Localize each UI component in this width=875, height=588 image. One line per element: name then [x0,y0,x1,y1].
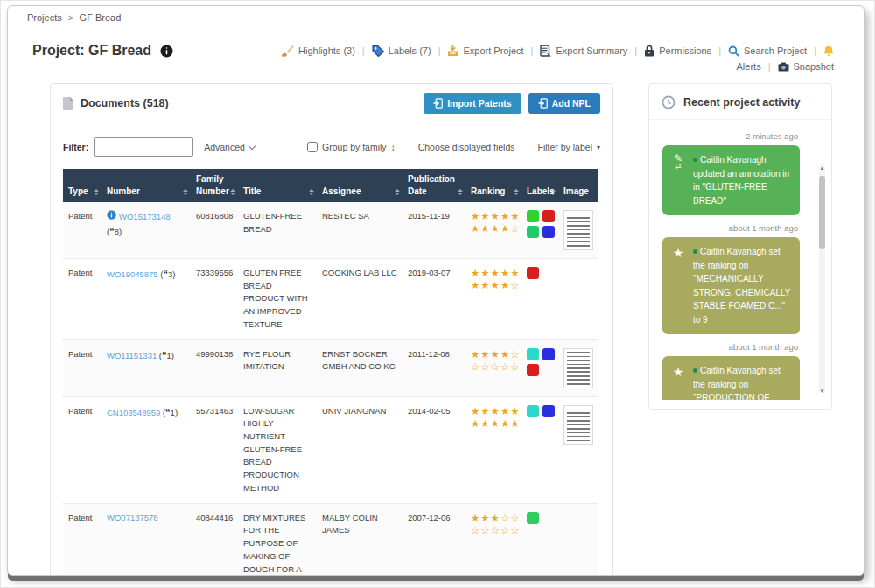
patent-image-thumbnail[interactable] [564,348,593,388]
table-row[interactable]: PatentWO15173148 (“8)60816808GLUTEN-FREE… [63,202,598,259]
choose-displayed-fields-button[interactable]: Choose displayed fields [418,142,515,152]
scrollbar-thumb[interactable] [819,176,825,249]
label-chip[interactable] [527,364,539,376]
star-rating[interactable]: ★★★☆☆ [471,512,516,524]
breadcrumb-projects[interactable]: Projects [27,12,62,23]
star-rating[interactable]: ☆☆☆☆☆ [471,360,516,373]
star-rating[interactable]: ★★★★★ [471,417,516,430]
sort-icon[interactable] [230,189,235,195]
column-header-ranking[interactable]: Ranking [466,169,522,202]
label-chip[interactable] [542,210,555,222]
column-header-type[interactable]: Type [63,169,102,202]
import-patents-label: Import Patents [447,98,512,108]
sort-down-arrow [514,192,519,195]
toolbar-item-snapshot[interactable]: Snapshot [778,61,834,72]
sort-icon[interactable] [309,189,314,195]
citation-count: (“8) [107,227,122,236]
sort-icon[interactable] [514,189,519,195]
label-chip[interactable] [542,348,555,360]
column-header-family-number[interactable]: Family Number [191,169,238,202]
column-header-publication-date[interactable]: Publication Date [402,169,466,202]
choose-fields-label: Choose displayed fields [418,142,515,152]
label-chip[interactable] [527,226,539,238]
star-rating[interactable]: ★★★★☆ [471,222,516,234]
sort-icon[interactable] [395,189,400,195]
column-header-title[interactable]: Title [238,169,317,202]
scroll-up-icon[interactable]: ▲ [819,165,825,171]
toolbar-item-search-project[interactable]: Search Project [728,46,807,57]
import-patents-button[interactable]: Import Patents [424,93,522,114]
sort-icon[interactable] [550,189,556,195]
cell-publication-date: 2007-12-06 [402,503,466,576]
cell-type: Patent [63,340,102,396]
table-row[interactable]: PatentWO0713757840844416DRY MIXTURES FOR… [63,503,598,576]
label-chip[interactable] [527,512,539,524]
breadcrumb-current: GF Bread [80,12,122,23]
tag-icon [372,45,384,57]
cell-number: WO07137578 [102,503,191,576]
patent-number-link[interactable]: WO15173148 [119,212,171,221]
activity-card[interactable]: ★Caitlin Kavanagh set the ranking on "PR… [662,356,800,400]
patent-number-link[interactable]: WO11151331 [107,351,157,360]
patent-number-link[interactable]: CN103548959 [107,408,160,417]
info-blue-icon[interactable] [107,210,116,220]
star-rating[interactable]: ★★★★★ [471,267,516,279]
activity-card[interactable]: ★Caitlin Kavanagh set the ranking on "ME… [662,237,800,334]
star-rating[interactable]: ★★★★★ [471,405,516,417]
column-header-label: Assignee [322,186,360,196]
activity-card[interactable]: ✎⇄Caitlin Kavanagh updated an annotation… [662,145,800,215]
toolbar-item-labels-7[interactable]: Labels (7) [372,45,431,57]
table-row[interactable]: PatentWO11151331 (“1)49990138RYE FLOUR I… [63,340,598,396]
column-header-image[interactable]: Image [558,169,598,202]
patent-image-thumbnail[interactable] [564,405,593,445]
toolbar-item-bell-icon[interactable] [823,46,834,57]
toolbar-item-alerts[interactable]: Alerts [737,61,761,72]
table-row[interactable]: PatentCN103548959 (“1)55731463LOW-SUGAR … [63,396,598,503]
label-chip[interactable] [542,405,555,417]
label-chip[interactable] [527,348,539,360]
toolbar-row-1: Highlights (3)|Labels (7)|Export Project… [281,45,834,57]
column-header-assignee[interactable]: Assignee [317,169,402,202]
activity-scrollbar[interactable]: ▲ ▼ [819,165,825,393]
advanced-dropdown[interactable]: Advanced [204,142,255,152]
cell-title: RYE FLOUR IMITATION [238,340,317,396]
cell-labels [522,259,558,340]
label-chip[interactable] [527,267,539,279]
filter-bar: Filter: Advanced Group by family ↕ Choos… [51,123,612,167]
label-chip[interactable] [527,405,539,417]
label-chip[interactable] [542,226,555,238]
filter-by-label-dropdown[interactable]: Filter by label ▾ [538,142,600,152]
sort-up-arrow [230,189,235,192]
patent-number-link[interactable]: WO19045875 [107,270,158,279]
cell-image [558,503,598,576]
patent-number-link[interactable]: WO07137578 [107,513,158,522]
group-by-family-checkbox[interactable] [307,142,318,152]
sort-icon[interactable] [94,189,99,195]
label-chip[interactable] [527,210,539,222]
sort-icon[interactable] [458,189,463,195]
toolbar-item-permissions[interactable]: Permissions [644,45,711,57]
toolbar-item-export-project[interactable]: Export Project [447,45,523,57]
star-rating[interactable]: ★★★★☆ [471,348,516,360]
toolbar-item-highlights-3[interactable]: Highlights (3) [281,45,355,57]
column-header-number[interactable]: Number [102,169,191,202]
sort-down-arrow [550,192,556,195]
add-npl-label: Add NPL [552,98,591,108]
cell-ranking: ★★★★★★★★★☆ [466,202,522,259]
user-status-dot [693,158,697,162]
patent-image-thumbnail[interactable] [564,210,593,250]
star-rating[interactable]: ★★★★☆ [471,279,516,291]
add-npl-button[interactable]: Add NPL [528,93,600,114]
sort-icon[interactable] [183,189,188,195]
table-row[interactable]: PatentWO19045875 (“3)73339556GLUTEN FREE… [63,259,598,340]
toolbar-item-export-summary[interactable]: Export Summary [540,45,627,57]
column-header-labels[interactable]: Labels [522,169,558,202]
import-doc-icon [433,98,443,108]
info-icon[interactable] [160,45,173,58]
scroll-down-icon[interactable]: ▼ [819,388,825,394]
filter-input[interactable] [94,137,193,157]
star-rating[interactable]: ★★★★★ [471,210,516,222]
group-by-family-toggle[interactable]: Group by family ↕ [307,142,396,152]
star-rating[interactable]: ☆☆☆☆☆ [471,524,516,536]
cell-family-number: 73339556 [191,259,238,340]
